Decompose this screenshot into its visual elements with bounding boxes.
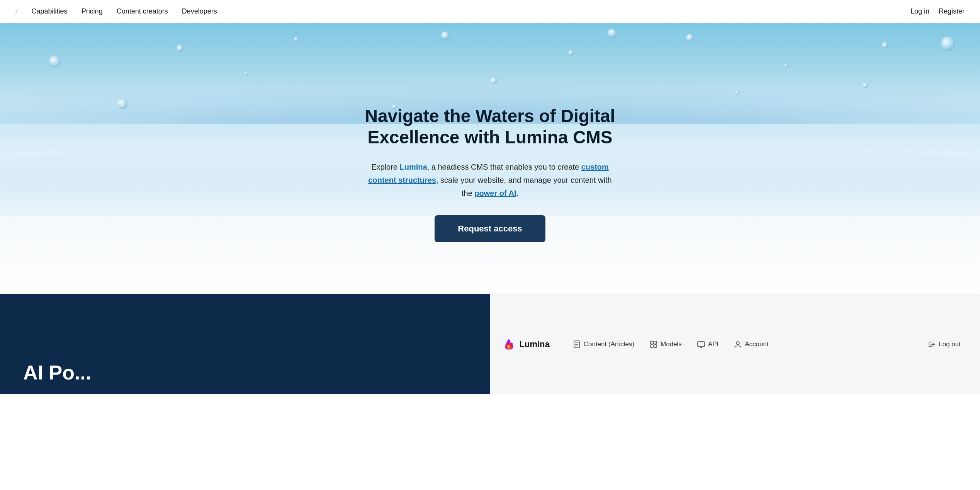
request-access-button[interactable]: Request access (435, 215, 545, 242)
subtitle-after-custom: , scale your website, and manage your co… (436, 176, 612, 197)
nav-slash: / (15, 7, 18, 16)
svg-rect-9 (654, 345, 657, 347)
nav-register[interactable]: Register (939, 7, 965, 15)
appbar-account[interactable]: Account (726, 337, 776, 352)
subtitle-power-ai-link[interactable]: power of AI (474, 189, 516, 197)
appbar-logout-label: Log out (939, 340, 961, 348)
appbar-account-label: Account (745, 340, 768, 348)
main-nav: / Capabilities Pricing Content creators … (0, 0, 980, 23)
svg-rect-8 (651, 345, 653, 347)
svg-point-1 (507, 345, 510, 348)
appbar-api[interactable]: API (690, 337, 726, 352)
document-icon (573, 340, 581, 348)
app-bar: Lumina Content (Articles) Models (490, 294, 980, 394)
svg-rect-7 (654, 341, 657, 344)
appbar-models-label: Models (661, 340, 682, 348)
nav-content-creators[interactable]: Content creators (117, 7, 168, 15)
appbar-api-label: API (708, 340, 718, 348)
app-logo: Lumina (502, 337, 550, 351)
appbar-logout[interactable]: Log out (920, 337, 968, 352)
subtitle-lumina-link[interactable]: Lumina (400, 163, 427, 171)
subtitle-explore: Explore (371, 163, 399, 171)
app-logo-text: Lumina (520, 339, 550, 349)
nav-developers[interactable]: Developers (182, 7, 217, 15)
hero-title: Navigate the Waters of Digital Excellenc… (363, 105, 618, 148)
subtitle-period: . (516, 189, 518, 197)
hero-subtitle: Explore Lumina, a headless CMS that enab… (363, 160, 618, 200)
hero-section: Navigate the Waters of Digital Excellenc… (0, 23, 980, 294)
hero-content: Navigate the Waters of Digital Excellenc… (355, 105, 625, 242)
appbar-content-articles-label: Content (Articles) (584, 340, 634, 348)
subtitle-after-lumina: , a headless CMS that enables you to cre… (427, 163, 581, 171)
svg-point-13 (736, 342, 739, 345)
grid-icon (650, 340, 657, 348)
svg-rect-6 (651, 341, 653, 344)
nav-capabilities[interactable]: Capabilities (32, 7, 68, 15)
bottom-right-panel: Lumina Content (Articles) Models (490, 294, 980, 394)
flame-icon (502, 337, 516, 351)
nav-pricing[interactable]: Pricing (82, 7, 103, 15)
user-icon (734, 340, 742, 348)
bottom-left-panel: AI Po... (0, 294, 490, 394)
appbar-models[interactable]: Models (642, 337, 690, 352)
logout-icon (928, 340, 936, 348)
svg-rect-10 (698, 342, 705, 347)
app-bar-nav: Content (Articles) Models API (565, 337, 968, 352)
appbar-content-articles[interactable]: Content (Articles) (565, 337, 642, 352)
section-title: AI Po... (23, 362, 91, 383)
monitor-icon (697, 340, 705, 348)
bottom-section: AI Po... (0, 294, 980, 394)
nav-login[interactable]: Log in (910, 7, 929, 15)
